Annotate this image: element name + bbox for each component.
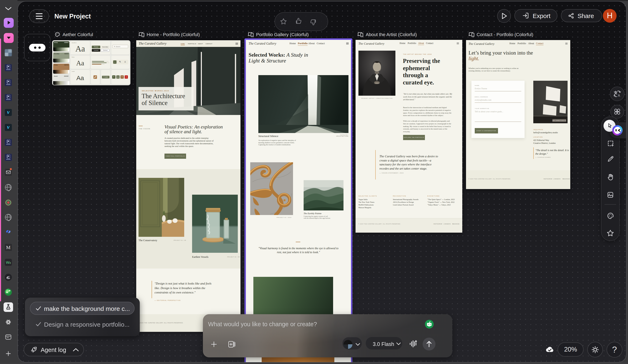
svg-text:A: A [618, 94, 620, 98]
svg-text:ART DIRECTION 05: ART DIRECTION 05 [552, 120, 566, 121]
